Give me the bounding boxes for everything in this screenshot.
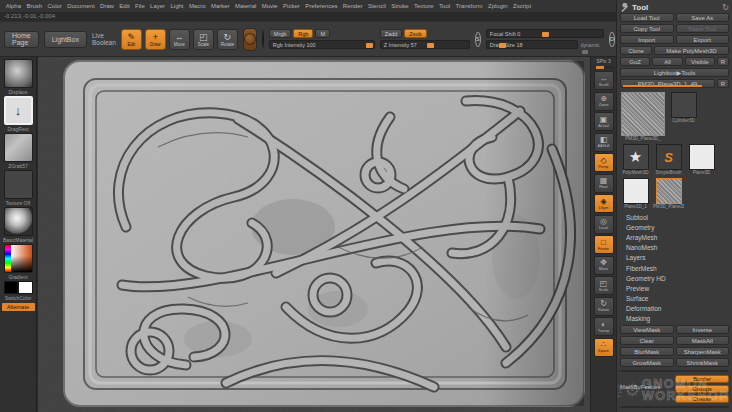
menu-item[interactable]: Zscript bbox=[510, 3, 533, 9]
menu-item[interactable]: Render bbox=[340, 3, 365, 9]
refresh-icon[interactable]: ↻ bbox=[722, 3, 729, 12]
active-tool-button[interactable]: PM3D_Plane3D_1. 49 bbox=[620, 79, 715, 88]
menu-item[interactable]: Document bbox=[65, 3, 98, 9]
slider-handle[interactable] bbox=[499, 43, 506, 48]
paste-tool-button[interactable]: Paste Tool bbox=[676, 24, 730, 33]
tool-slider[interactable] bbox=[623, 85, 702, 87]
secondary-color-swatch[interactable] bbox=[18, 281, 33, 294]
menu-item[interactable]: Zplugin bbox=[485, 3, 510, 9]
z-intensity-slider[interactable]: Z Intensity 57 bbox=[380, 40, 470, 49]
menu-item[interactable]: Movie bbox=[259, 3, 280, 9]
current-stroke-thumbnail[interactable]: ↓ bbox=[4, 96, 33, 125]
shelf-button[interactable]: ◰ Scale bbox=[594, 276, 614, 295]
switch-color-label[interactable]: SwitchColor bbox=[5, 295, 32, 301]
menu-item[interactable]: Alpha bbox=[3, 3, 24, 9]
tool-thumbnail[interactable]: Cylinder3D bbox=[668, 92, 699, 142]
alternate-button[interactable]: Alternate bbox=[2, 303, 35, 311]
menu-item[interactable]: Picker bbox=[280, 3, 302, 9]
mode-button[interactable]: ↔ Move bbox=[169, 29, 190, 50]
shelf-button[interactable]: ⊕ Zoom bbox=[594, 92, 614, 111]
load-tool-button[interactable]: Load Tool bbox=[620, 13, 674, 22]
masking-button[interactable]: BlurMask bbox=[620, 347, 674, 356]
focal-shift-slider[interactable]: Focal Shift 0 bbox=[486, 29, 604, 38]
home-page-button[interactable]: Home Page bbox=[4, 31, 39, 48]
active-tool-r-button[interactable]: R bbox=[717, 79, 729, 88]
menu-item[interactable]: Texture bbox=[411, 3, 436, 9]
stroke-curve-icon[interactable]: S bbox=[475, 32, 481, 47]
slider-handle[interactable] bbox=[366, 43, 373, 48]
masking-button[interactable]: GrowMask bbox=[620, 358, 674, 367]
shelf-button[interactable]: ▣ Actual bbox=[594, 112, 614, 131]
shelf-button[interactable]: ∴ Xpose bbox=[594, 338, 614, 357]
sculpt-mode-button[interactable]: Zadd bbox=[380, 29, 403, 38]
palette-item[interactable]: Geometry bbox=[620, 222, 729, 232]
draw-size-slider[interactable]: Draw Size 18 bbox=[486, 40, 578, 49]
export-button[interactable]: Export bbox=[676, 35, 730, 44]
menu-item[interactable]: Brush bbox=[24, 3, 45, 9]
mode-button[interactable]: ✎ Edit bbox=[121, 29, 142, 50]
palette-item[interactable]: Deformation bbox=[620, 304, 729, 314]
paint-mode-button[interactable]: Rgb bbox=[293, 29, 313, 38]
masking-button[interactable]: Clear bbox=[620, 336, 674, 345]
color-swatches[interactable] bbox=[4, 281, 33, 294]
shelf-button[interactable]: ▦ Floor bbox=[594, 174, 614, 193]
r-button[interactable]: R bbox=[717, 57, 729, 66]
masking-button[interactable]: SharpenMask bbox=[676, 347, 730, 356]
shelf-button[interactable]: ◇ Persp bbox=[594, 153, 614, 172]
make-polymesh3d-button[interactable]: Make PolyMesh3D bbox=[654, 46, 729, 55]
brush-preview-button[interactable] bbox=[243, 28, 257, 51]
menu-item[interactable]: Marker bbox=[208, 3, 232, 9]
copy-tool-button[interactable]: Copy Tool bbox=[620, 24, 674, 33]
menu-item[interactable]: Draw bbox=[97, 3, 116, 9]
live-boolean-toggle[interactable]: Live Boolean bbox=[92, 32, 116, 46]
spix-slider[interactable] bbox=[594, 66, 614, 69]
tool-thumbnail[interactable]: Plane3D_1 bbox=[620, 178, 651, 210]
menu-item[interactable]: File bbox=[132, 3, 147, 9]
feature-button[interactable]: Groups bbox=[675, 385, 729, 393]
mode-button[interactable]: ↻ Rotate bbox=[217, 29, 238, 50]
feature-button[interactable]: Crease bbox=[675, 395, 729, 403]
palette-item[interactable]: Masking bbox=[620, 314, 729, 324]
import-button[interactable]: Import bbox=[620, 35, 674, 44]
dynamic-label[interactable]: dynamic bbox=[581, 42, 600, 48]
menu-item[interactable]: Edit bbox=[117, 3, 133, 9]
sculpt-canvas[interactable] bbox=[38, 57, 590, 412]
shelf-button[interactable]: ↻ Rotate bbox=[594, 297, 614, 316]
shelf-button[interactable]: ◧ AAHalf bbox=[594, 133, 614, 152]
shelf-button[interactable]: ✥ Move bbox=[594, 256, 614, 275]
depth-curve-icon[interactable]: D bbox=[609, 32, 615, 47]
rgb-intensity-slider[interactable]: Rgb Intensity 100 bbox=[269, 40, 375, 49]
tool-thumbnail[interactable]: Plane3D bbox=[686, 144, 717, 176]
lightbox-tools-button[interactable]: Lightbox▶Tools bbox=[620, 68, 729, 77]
current-material-thumbnail[interactable] bbox=[4, 207, 33, 236]
masking-button[interactable]: ShrinkMask bbox=[676, 358, 730, 367]
tool-thumbnail[interactable]: PM3D_Plane3D_ bbox=[653, 178, 684, 210]
slider-handle[interactable] bbox=[542, 32, 549, 37]
masking-button[interactable]: ViewMask bbox=[620, 325, 674, 334]
material-sphere-button[interactable] bbox=[262, 30, 264, 48]
menu-item[interactable]: Material bbox=[232, 3, 259, 9]
sculpt-mode-button[interactable]: Zsub bbox=[404, 29, 426, 38]
menu-item[interactable]: Layer bbox=[147, 3, 167, 9]
menu-item[interactable]: Macro bbox=[186, 3, 208, 9]
feature-button[interactable]: Border bbox=[675, 375, 729, 383]
goto-unmasked-center-button[interactable]: Go To Unmasked Center bbox=[620, 406, 729, 408]
lightbox-button[interactable]: LightBox bbox=[44, 31, 87, 48]
visible-button[interactable]: Visible bbox=[685, 57, 715, 66]
tool-thumbnail[interactable]: ★ PolyMesh3D bbox=[620, 144, 651, 176]
mode-button[interactable]: ◰ Scale bbox=[193, 29, 214, 50]
shelf-button[interactable]: ◈ LSym bbox=[594, 194, 614, 213]
menu-item[interactable]: Stencil bbox=[365, 3, 388, 9]
slider-handle[interactable] bbox=[427, 43, 434, 48]
menu-item[interactable]: Color bbox=[45, 3, 65, 9]
paint-mode-button[interactable]: Mrgb bbox=[269, 29, 292, 38]
menu-item[interactable]: Light bbox=[168, 3, 186, 9]
color-picker[interactable] bbox=[4, 244, 33, 273]
palette-item[interactable]: ArrayMesh bbox=[620, 232, 729, 242]
shelf-button[interactable]: □ Frame bbox=[594, 235, 614, 254]
shelf-button[interactable]: ◐ Transp bbox=[594, 317, 614, 336]
create-alpha-button[interactable]: Create Alpha bbox=[620, 370, 729, 372]
palette-item[interactable]: Layers bbox=[620, 253, 729, 263]
goz-button[interactable]: GoZ bbox=[620, 57, 650, 66]
menu-item[interactable]: Preferences bbox=[302, 3, 340, 9]
